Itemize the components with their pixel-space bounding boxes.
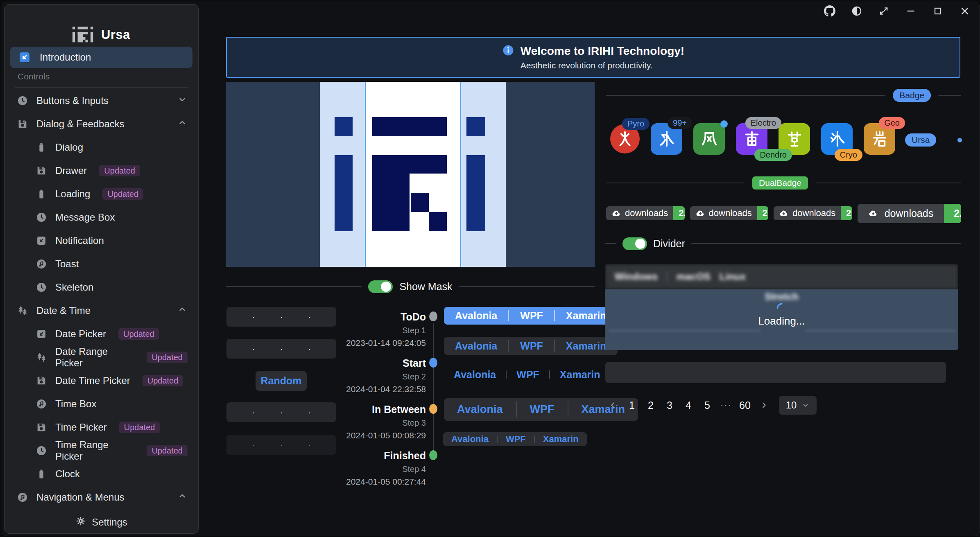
date-picker-input[interactable]: ...: [226, 307, 336, 327]
sidebar-item-toast[interactable]: Toast: [5, 252, 198, 275]
divider-line: [459, 286, 595, 287]
downloads-badge[interactable]: downloads2.4k: [606, 206, 685, 220]
sidebar-item-label: Date & Time: [36, 305, 91, 316]
dot-badge: [720, 120, 728, 128]
pagination-page-60[interactable]: 60: [736, 396, 754, 414]
downloads-badge[interactable]: downloads2.4k: [690, 206, 769, 220]
pagination-page-2[interactable]: 2: [641, 396, 660, 414]
button-wpf[interactable]: WPF: [498, 432, 534, 446]
badge-99: 99+: [668, 117, 692, 129]
sidebar-item-navigation-menus[interactable]: Navigation & Menus: [5, 485, 198, 509]
show-mask-toggle[interactable]: [368, 280, 393, 293]
trees-icon: [17, 305, 28, 316]
pagination-page-5[interactable]: 5: [698, 396, 717, 414]
sidebar-item-clock[interactable]: Clock: [5, 462, 198, 485]
downloads-badge-count: 2.4k: [757, 206, 768, 220]
tab-separator: [667, 271, 668, 282]
theme-toggle-icon[interactable]: [851, 5, 863, 17]
pagination-page-4[interactable]: 4: [679, 396, 698, 414]
divider-line: [606, 95, 885, 96]
sidebar-item-notification[interactable]: Notification: [5, 229, 198, 252]
tab-macos[interactable]: macOS: [677, 271, 711, 282]
pagination-ellipsis[interactable]: ···: [717, 396, 736, 414]
button-wpf[interactable]: WPF: [509, 337, 554, 355]
button-group: AvaloniaWPFXamarin: [444, 337, 618, 355]
downloads-badge[interactable]: downloads2.4k: [858, 204, 961, 223]
sidebar-item-time-range-picker[interactable]: Time Range PickerUpdated: [5, 439, 198, 462]
divider-label: Divider: [653, 238, 685, 250]
sidebar-item-time-box[interactable]: Time Box: [5, 392, 198, 415]
pagination-next-button[interactable]: [754, 396, 773, 414]
page-size-select[interactable]: 10: [779, 396, 817, 415]
empty-textbox[interactable]: [605, 362, 946, 383]
updated-badge: Updated: [147, 352, 188, 363]
sidebar-group-label: Controls: [18, 72, 50, 81]
close-icon[interactable]: [959, 5, 971, 17]
random-button[interactable]: Random: [256, 371, 307, 391]
sidebar-item-date-time[interactable]: Date & Time: [5, 299, 198, 322]
button-xamarin[interactable]: Xamarin: [550, 367, 610, 382]
maximize-icon[interactable]: [932, 5, 944, 17]
logo-pixel-block: [335, 155, 353, 231]
sidebar-item-label: Toast: [55, 258, 79, 270]
chevron-up-icon: [177, 117, 188, 131]
tab-windows[interactable]: Windows: [615, 271, 658, 282]
downloads-badge[interactable]: downloads2.4k: [774, 206, 852, 220]
battery-icon: [36, 468, 47, 480]
ursa-badge-pill: Ursa: [905, 133, 936, 147]
downloads-badge-label: downloads: [690, 206, 757, 220]
sidebar-item-time-picker[interactable]: Time PickerUpdated: [5, 415, 198, 439]
divider-toggle[interactable]: [622, 237, 647, 250]
github-icon[interactable]: [824, 5, 836, 17]
element-tile-rock: Geo: [864, 123, 895, 155]
sidebar-item-date-time-picker[interactable]: Date Time PickerUpdated: [5, 369, 198, 392]
sidebar-item-buttons-inputs[interactable]: Buttons & Inputs: [5, 89, 198, 112]
sidebar-item-drawer[interactable]: DrawerUpdated: [5, 159, 198, 182]
settings-label: Settings: [92, 517, 127, 528]
downloads-badge-count: 2.4k: [673, 206, 684, 220]
button-wpf[interactable]: WPF: [507, 367, 549, 382]
sidebar-item-dialog[interactable]: Dialog: [5, 135, 198, 159]
button-xamarin[interactable]: Xamarin: [535, 432, 587, 446]
button-avalonia[interactable]: Avalonia: [444, 337, 508, 355]
button-avalonia[interactable]: Avalonia: [444, 307, 508, 325]
sidebar-item-loading[interactable]: LoadingUpdated: [5, 182, 198, 205]
settings-button[interactable]: Settings: [5, 511, 198, 533]
info-icon: [502, 44, 514, 58]
sidebar-item-label: Introduction: [40, 52, 91, 63]
step-status-dot: [429, 311, 437, 321]
sidebar-item-label: Dialog: [55, 142, 83, 153]
sidebar-item-label: Drawer: [55, 165, 87, 176]
show-mask-row: Show Mask: [226, 277, 595, 296]
button-wpf[interactable]: WPF: [517, 398, 568, 421]
pagination-page-3[interactable]: 3: [660, 396, 679, 414]
pagination-prev-button[interactable]: [604, 396, 622, 414]
fullscreen-icon[interactable]: [878, 5, 890, 17]
sidebar-item-label: Time Box: [55, 398, 96, 410]
music-icon: [36, 398, 47, 410]
step-subtitle: Step 1: [324, 326, 426, 335]
minimize-icon[interactable]: [905, 5, 917, 17]
sidebar-item-skeleton[interactable]: Skeleton: [5, 275, 198, 299]
element-tile-fire: Pyro: [610, 124, 640, 153]
date-picker-input[interactable]: ...: [226, 402, 336, 422]
sidebar-item-label: Time Range Picker: [55, 439, 134, 462]
updated-badge: Updated: [118, 328, 159, 340]
button-wpf[interactable]: WPF: [509, 307, 554, 325]
music-icon: [36, 258, 47, 270]
tab-linux[interactable]: Linux: [720, 271, 746, 282]
divider-line: [938, 95, 961, 96]
button-avalonia[interactable]: Avalonia: [444, 398, 516, 421]
button-avalonia[interactable]: Avalonia: [443, 432, 497, 446]
logo-pixel-block: [335, 117, 353, 136]
sidebar-item-date-range-picker[interactable]: Date Range PickerUpdated: [5, 345, 198, 369]
sidebar-item-date-picker[interactable]: Date PickerUpdated: [5, 322, 198, 345]
sidebar-item-introduction[interactable]: Introduction: [10, 47, 192, 68]
logo-pixel-block: [466, 155, 485, 231]
button-avalonia[interactable]: Avalonia: [444, 367, 506, 382]
pagination-page-1[interactable]: 1: [622, 396, 641, 414]
sidebar-item-dialog-feedbacks[interactable]: Dialog & Feedbacks: [5, 112, 198, 135]
loading-demo-card: WindowsmacOSLinux Stretch Loading...: [605, 264, 958, 350]
sidebar-item-message-box[interactable]: Message Box: [5, 205, 198, 229]
edit-icon: [36, 328, 47, 340]
